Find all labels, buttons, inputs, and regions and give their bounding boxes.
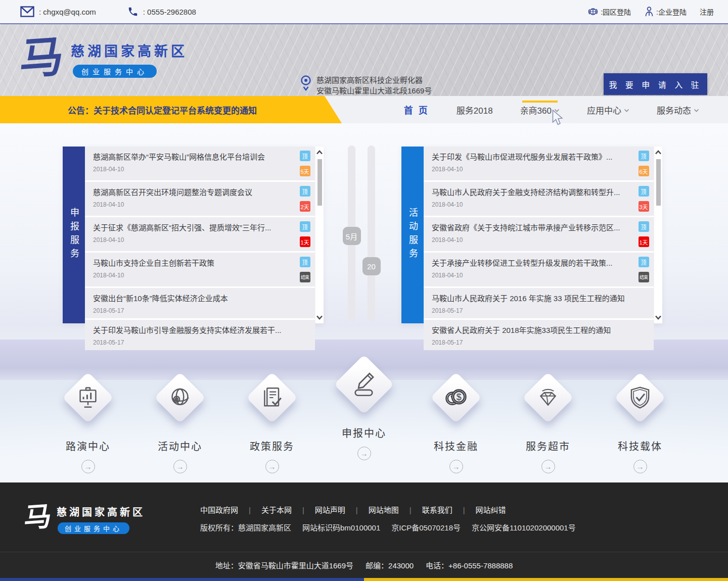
top-badge: 顶 (639, 221, 649, 232)
badge-column (638, 292, 650, 314)
services-row: 路演中心 → 活动中心 → 政策服务 → 申报中心 → $ (0, 370, 728, 473)
scroll-thumb[interactable] (317, 159, 322, 206)
countdown-badge: 2天 (300, 201, 310, 212)
badge-column: 顶2天 (299, 186, 311, 212)
envelope-icon (20, 6, 34, 17)
news-title: 安徽省政府《关于支持皖江城市带承接产业转移示范区... (432, 223, 633, 233)
arrow-right-icon[interactable]: → (357, 447, 371, 460)
scroll-up-icon[interactable] (655, 150, 662, 155)
stripe-yellow (364, 578, 728, 581)
badge-column: 顶5天 (299, 151, 311, 176)
contact-email: : chgxq@qq.com (20, 6, 96, 17)
register-link[interactable]: 注册 (700, 7, 714, 17)
service-declare-center[interactable]: 申报中心 → (323, 370, 405, 473)
diamond-tile[interactable] (62, 372, 114, 423)
service-activity-center[interactable]: 活动中心 → (139, 370, 221, 473)
news-item[interactable]: 慈湖高新区召开突出环境问题整治专题调度会议2018-04-10顶2天 (85, 182, 315, 216)
arrow-right-icon[interactable]: → (173, 460, 187, 473)
footer-link-0[interactable]: 中国政府网 (200, 504, 261, 515)
arrow-right-icon[interactable]: → (541, 460, 555, 473)
news-title: 安徽出台“新10条”降低实体经济企业成本 (93, 294, 295, 304)
location-pin-icon (300, 75, 311, 96)
month-slider-handle[interactable]: 5月 (343, 227, 361, 245)
nav-item-3[interactable]: 应用中心 (573, 96, 643, 123)
diamond-tile[interactable] (522, 372, 574, 423)
arrow-right-icon[interactable]: → (265, 460, 279, 473)
nav-item-label: 服务动态 (657, 104, 691, 116)
diamond-tile[interactable] (334, 355, 394, 415)
footer-link-3[interactable]: 网站地图 (369, 504, 422, 515)
news-item[interactable]: 安徽省人民政府关于 2018年实施33项民生工程的通知2018-05-17 (424, 320, 654, 350)
scroll-up-icon[interactable] (316, 150, 323, 155)
diamond-tile[interactable] (246, 372, 298, 423)
arrow-right-icon[interactable]: → (449, 460, 463, 473)
footer-link-1[interactable]: 关于本网 (261, 504, 315, 515)
incubator-name: 慈湖国家高新区科技企业孵化器 (316, 75, 432, 85)
park-login-link[interactable]: :园区登陆 (587, 6, 631, 17)
register-label: 注册 (700, 7, 714, 17)
news-title: 关于承接产业转移促进工业转型升级发展的若干政策... (432, 258, 633, 268)
news-item[interactable]: 马鞍山市人民政府关于金融支持经济结构调整和转型升...2018-04-10顶3天 (424, 182, 654, 216)
day-slider-handle[interactable]: 20 (362, 257, 381, 275)
news-title: 马鞍山市支持企业自主创新若干政策 (93, 258, 295, 268)
countdown-badge: 6天 (639, 166, 649, 176)
month-slider[interactable]: 5月 (348, 146, 355, 321)
news-item[interactable]: 关于印发马鞍山市引导金融服务支持实体经济发展若干...2018-05-17 (85, 320, 315, 350)
nav-item-4[interactable]: 服务动态 (643, 96, 713, 123)
service-roadshow-center[interactable]: 路演中心 → (47, 370, 129, 473)
diamond-tile[interactable]: $ (430, 372, 482, 423)
service-policy-service[interactable]: 政策服务 → (231, 370, 313, 473)
scroll-down-icon[interactable] (655, 315, 662, 320)
news-item[interactable]: 安徽出台“新10条”降低实体经济企业成本2018-05-17 (85, 288, 315, 318)
news-item[interactable]: 慈湖高新区举办“平安马鞍山”网格信息化平台培训会2018-04-10顶5天 (85, 147, 315, 180)
incubator-address: 安徽马鞍山霍里山大道北段1669号 (316, 85, 432, 96)
top-badge: 顶 (639, 151, 649, 161)
service-tech-carrier[interactable]: 科技载体 → (599, 370, 681, 473)
service-service-market[interactable]: 服务超市 → (507, 370, 589, 473)
panel-title-bar: 申报服务 (63, 147, 85, 323)
news-item[interactable]: 关于承接产业转移促进工业转型升级发展的若干政策...2018-04-10顶结束 (424, 253, 654, 286)
panel-title-bar: 活动服务 (401, 147, 424, 323)
site-name: 慈湖国家高新区 (71, 40, 188, 60)
presentation-chart-icon (75, 384, 101, 411)
nav-item-label: 应用中心 (587, 104, 621, 116)
panel-title: 申报服务 (67, 208, 80, 262)
footer-link-5[interactable]: 网站纠错 (476, 504, 506, 515)
diamond-tile[interactable] (614, 372, 666, 423)
apply-entry-button[interactable]: 我 要 申 请 入 驻 (604, 73, 707, 95)
nav-item-0[interactable]: 首 页 (390, 96, 443, 123)
scroll-thumb[interactable] (656, 159, 661, 206)
badge-column: 顶结束 (299, 257, 311, 282)
header: 马 慈湖国家高新区 创业服务中心 慈湖国家高新区科技企业孵化器 安徽马鞍山霍里山… (0, 24, 728, 96)
top-badge: 顶 (639, 257, 649, 267)
enterprise-login-link[interactable]: :企业登陆 (644, 6, 687, 17)
nav-item-1[interactable]: 服务2018 (443, 96, 507, 123)
news-item[interactable]: 关于征求《慈湖高新区“招大引强、提质增效”三年行...2018-04-10顶1天 (85, 217, 315, 251)
day-slider[interactable]: 20 (368, 146, 375, 321)
news-list: 关于印发《马鞍山市促进现代服务业发展若干政策》...2018-04-10顶6天马… (424, 147, 654, 323)
footer-link-4[interactable]: 联系我们 (422, 504, 476, 515)
scroll-down-icon[interactable] (316, 315, 323, 320)
park-login-label: :园区登陆 (601, 7, 631, 17)
footer-link-2[interactable]: 网站声明 (315, 504, 369, 515)
site-subtitle-pill: 创业服务中心 (73, 65, 157, 78)
top-badge: 顶 (300, 186, 310, 197)
announcement-banner[interactable]: 公告：关于技术合同认定登记平台系统变更的通知 (0, 96, 342, 123)
site-logo[interactable]: 马 慈湖国家高新区 创业服务中心 (20, 31, 188, 84)
header-address: 慈湖国家高新区科技企业孵化器 安徽马鞍山霍里山大道北段1669号 (300, 75, 432, 96)
service-tech-finance[interactable]: $ 科技金融 → (415, 370, 497, 473)
service-label: 科技金融 (434, 439, 478, 453)
badge-column: 顶3天 (638, 186, 650, 212)
scrollbar[interactable] (315, 147, 324, 323)
news-item[interactable]: 安徽省政府《关于支持皖江城市带承接产业转移示范区...2018-04-10顶1天 (424, 217, 654, 251)
news-item[interactable]: 关于印发《马鞍山市促进现代服务业发展若干政策》...2018-04-10顶6天 (424, 147, 654, 180)
address-segment-2: 电话：+86-0555-7888888 (426, 560, 513, 570)
news-item[interactable]: 马鞍山市人民政府关于 2016 年实施 33 项民生工程的通知2018-05-1… (424, 288, 654, 318)
arrow-right-icon[interactable]: → (81, 460, 95, 473)
scrollbar[interactable] (654, 147, 662, 323)
arrow-right-icon[interactable]: → (633, 460, 647, 473)
diamond-tile[interactable] (154, 372, 206, 423)
service-label: 政策服务 (250, 439, 294, 453)
news-item[interactable]: 马鞍山市支持企业自主创新若干政策2018-04-10顶结束 (85, 253, 315, 286)
address-segment-1: 邮编：243000 (366, 560, 414, 570)
